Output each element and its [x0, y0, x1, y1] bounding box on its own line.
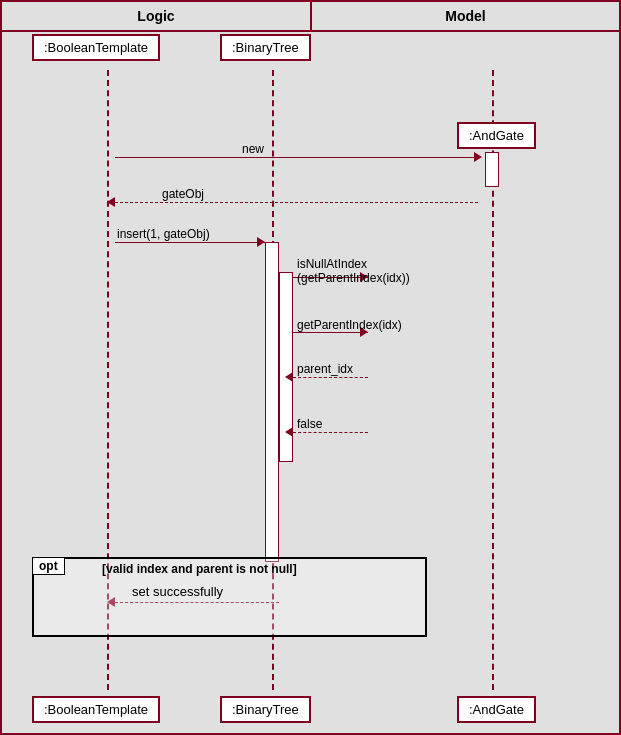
activation-box-ag-top — [485, 152, 499, 187]
arrow-gateobj-line — [115, 202, 478, 203]
activation-box-bin-insert — [265, 242, 279, 562]
msg-setsucc-label: set successfully — [132, 584, 223, 599]
msg-getparent-label: getParentIndex(idx) — [297, 318, 402, 332]
arrow-insert-line — [115, 242, 265, 243]
lifeline-box-ag-bottom: :AndGate — [457, 696, 536, 723]
lifeline-box-bin-bottom: :BinaryTree — [220, 696, 311, 723]
arrow-false-head — [285, 427, 293, 437]
opt-guard: [valid index and parent is not null] — [102, 562, 297, 576]
swimlane-header: Logic Model — [2, 2, 619, 32]
msg-false-label: false — [297, 417, 322, 431]
arrow-new-line — [115, 157, 478, 158]
msg-isnull-label: isNullAtIndex(getParentIndex(idx)) — [297, 257, 410, 285]
arrow-false-line — [293, 432, 368, 433]
swimlane-logic-label: Logic — [2, 2, 312, 30]
msg-parentidx-label: parent_idx — [297, 362, 353, 376]
lifeline-box-ag: :AndGate — [457, 122, 536, 149]
msg-insert-label: insert(1, gateObj) — [117, 227, 210, 241]
diagram-container: Logic Model :BooleanTemplate :BinaryTree… — [0, 0, 621, 735]
lifeline-box-bt-bottom: :BooleanTemplate — [32, 696, 160, 723]
swimlane-model-label: Model — [312, 2, 619, 30]
lifeline-box-bin: :BinaryTree — [220, 34, 311, 61]
arrow-getparent-line — [293, 332, 368, 333]
arrow-insert-head — [257, 237, 265, 247]
msg-gateobj-label: gateObj — [162, 187, 204, 201]
msg-new-label: new — [242, 142, 264, 156]
opt-label: opt — [32, 557, 65, 575]
arrow-parentidx-head — [285, 372, 293, 382]
arrow-parentidx-line — [293, 377, 368, 378]
lifeline-box-bt: :BooleanTemplate — [32, 34, 160, 61]
arrow-gateobj-head — [107, 197, 115, 207]
arrow-new-head — [474, 152, 482, 162]
